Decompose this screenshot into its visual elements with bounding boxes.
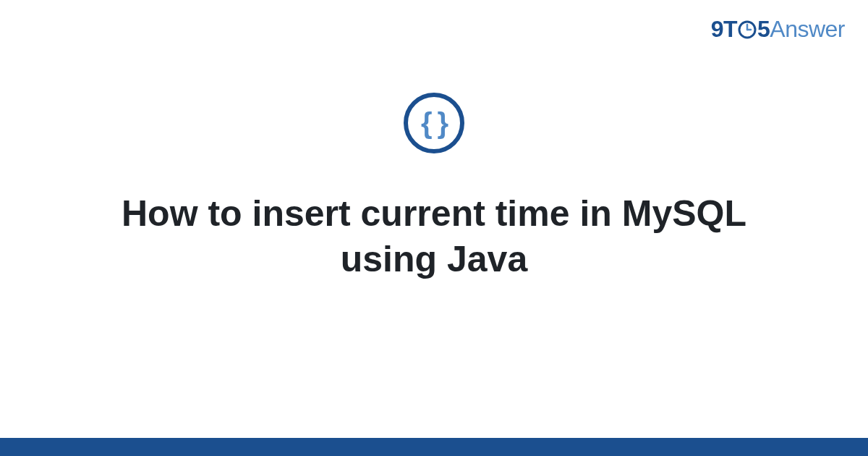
logo-answer: Answer [770, 16, 845, 42]
braces-glyph: { } [421, 109, 447, 138]
page-title: How to insert current time in MySQL usin… [109, 191, 760, 282]
logo-t: T [723, 16, 737, 42]
code-braces-icon: { } [404, 93, 464, 153]
clock-icon [738, 20, 757, 39]
footer-accent-bar [0, 438, 868, 456]
logo-nine: 9 [711, 16, 723, 42]
main-content: { } How to insert current time in MySQL … [0, 93, 868, 282]
site-logo: 9T 5Answer [711, 16, 845, 43]
logo-five: 5 [757, 16, 770, 42]
